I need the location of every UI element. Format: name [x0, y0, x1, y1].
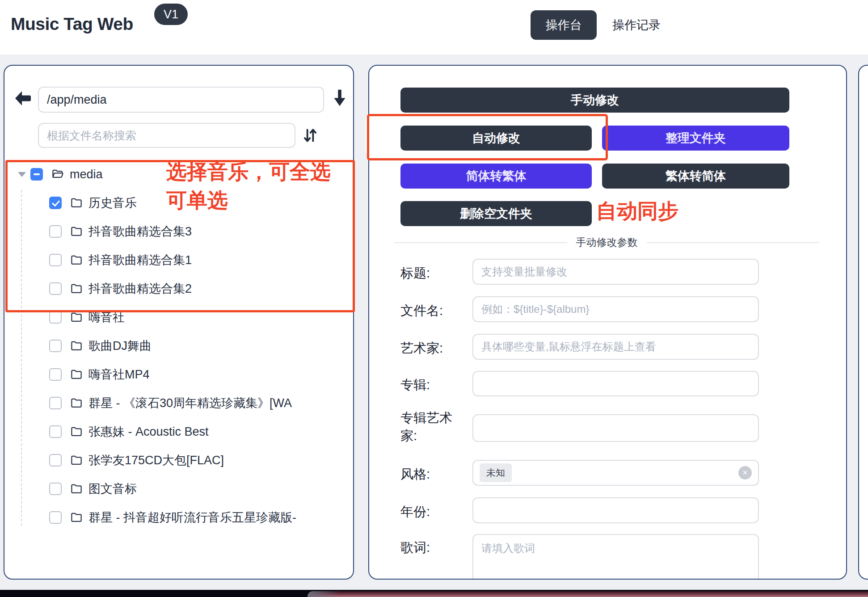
- tree-item-label[interactable]: 抖音歌曲精选合集3: [88, 223, 192, 240]
- checkbox-unchecked[interactable]: [49, 311, 62, 324]
- checkbox-unchecked[interactable]: [49, 340, 62, 352]
- folder-icon: [70, 339, 83, 353]
- tree-item-label[interactable]: 群星 - 抖音超好听流行音乐五星珍藏版-: [88, 509, 296, 526]
- bottom-bar-window-corner: [308, 591, 340, 597]
- checkbox-unchecked[interactable]: [49, 397, 62, 409]
- folder-icon: [70, 282, 83, 295]
- annotation-select-note-line1: 选择音乐，可全选: [166, 157, 331, 186]
- path-input[interactable]: [38, 87, 324, 113]
- filename-field[interactable]: [472, 296, 759, 322]
- sort-icon[interactable]: [301, 126, 319, 145]
- download-arrow-icon[interactable]: [332, 88, 348, 108]
- checkbox-unchecked[interactable]: [49, 254, 62, 266]
- checkbox-unchecked[interactable]: [49, 483, 62, 495]
- genre-field[interactable]: 未知 ✕: [472, 460, 759, 486]
- divider-line-left: [394, 242, 567, 243]
- tree-row[interactable]: 群星 - 《滚石30周年精选珍藏集》[WA: [4, 389, 353, 417]
- tree-row[interactable]: 嗨音社MP4: [4, 360, 353, 389]
- tree-row[interactable]: 歌曲DJ舞曲: [4, 332, 353, 360]
- tree-item-label[interactable]: 图文音标: [88, 481, 137, 497]
- section-divider: 手动修改参数: [394, 235, 819, 249]
- tree-item-label[interactable]: 张惠妹 - Acoustic Best: [88, 424, 209, 440]
- tree-item-label[interactable]: 张学友175CD大包[FLAC]: [88, 452, 224, 468]
- auto-edit-button[interactable]: 自动修改: [400, 126, 592, 151]
- tree-item-label[interactable]: 历史音乐: [88, 195, 137, 211]
- folder-icon: [70, 225, 83, 238]
- divider-line-right: [647, 242, 820, 243]
- circle-x-icon[interactable]: ✕: [738, 466, 752, 479]
- checkbox-unchecked[interactable]: [49, 511, 62, 524]
- filename-field-label: 文件名:: [400, 302, 468, 320]
- divider-label: 手动修改参数: [576, 235, 638, 249]
- tab-records[interactable]: 操作记录: [606, 10, 667, 40]
- folder-icon: [70, 368, 83, 381]
- tree-row[interactable]: 张惠妹 - Acoustic Best: [4, 417, 353, 446]
- genre-tag: 未知: [480, 463, 512, 482]
- simplified-to-traditional-button[interactable]: 简体转繁体: [400, 164, 592, 189]
- year-field[interactable]: [472, 497, 759, 523]
- lyrics-field[interactable]: [472, 534, 759, 580]
- annotation-select-note-line2: 可单选: [166, 186, 331, 214]
- album-field[interactable]: [472, 371, 759, 396]
- lyrics-field-label: 歌词:: [400, 538, 468, 556]
- title-field[interactable]: [472, 259, 759, 285]
- tree-item-label[interactable]: 抖音歌曲精选合集1: [88, 252, 192, 268]
- checkbox-unchecked[interactable]: [49, 225, 62, 238]
- side-panel-sliver: [858, 65, 868, 580]
- tree-row[interactable]: 抖音歌曲精选合集1: [4, 246, 353, 274]
- delete-empty-folder-button[interactable]: 删除空文件夹: [400, 201, 592, 226]
- tree-item-label[interactable]: 嗨音社MP4: [88, 366, 150, 383]
- genre-field-label: 风格:: [400, 465, 468, 483]
- traditional-to-simplified-button[interactable]: 繁体转简体: [602, 164, 789, 189]
- tree-row[interactable]: 张学友175CD大包[FLAC]: [4, 446, 353, 475]
- annotation-select-note: 选择音乐，可全选 可单选: [166, 157, 331, 214]
- organize-folder-button[interactable]: 整理文件夹: [602, 126, 789, 151]
- folder-icon: [70, 425, 83, 438]
- album-artist-field[interactable]: [472, 414, 759, 442]
- artist-field[interactable]: [472, 334, 759, 360]
- tree-row[interactable]: 嗨音社: [4, 303, 353, 332]
- app-title: Music Tag Web: [11, 14, 133, 34]
- folder-icon: [70, 511, 83, 524]
- tree-item-label[interactable]: 嗨音社: [88, 309, 125, 325]
- folder-icon: [70, 253, 83, 267]
- tree-item-label[interactable]: 抖音歌曲精选合集2: [88, 281, 192, 297]
- album-artist-field-label: 专辑艺术家:: [400, 409, 468, 445]
- actions-panel: 手动修改 自动修改 整理文件夹 简体转繁体 繁体转简体 删除空文件夹 手动修改参…: [368, 65, 847, 580]
- checkbox-unchecked[interactable]: [49, 425, 62, 438]
- manual-edit-button[interactable]: 手动修改: [400, 88, 789, 113]
- folder-icon: [70, 482, 83, 496]
- tree-row[interactable]: 抖音歌曲精选合集2: [4, 274, 353, 303]
- tree-item-label[interactable]: media: [70, 168, 103, 181]
- app-root: Music Tag Web V1 操作台 操作记录 media历史音乐抖音歌曲精…: [0, 0, 868, 597]
- back-arrow-icon[interactable]: [13, 89, 33, 107]
- folder-icon: [51, 168, 64, 181]
- app-header: Music Tag Web V1 操作台 操作记录: [0, 0, 868, 55]
- checkbox-indeterminate[interactable]: [30, 168, 43, 181]
- caret-down-icon[interactable]: [18, 172, 26, 177]
- checkbox-unchecked[interactable]: [49, 368, 62, 381]
- tree-row[interactable]: 群星 - 抖音超好听流行音乐五星珍藏版-: [4, 503, 353, 532]
- tab-console[interactable]: 操作台: [531, 10, 597, 40]
- folder-tree: media历史音乐抖音歌曲精选合集3抖音歌曲精选合集1抖音歌曲精选合集2嗨音社歌…: [4, 160, 353, 532]
- annotation-border-patch: [366, 117, 371, 153]
- tree-item-label[interactable]: 群星 - 《滚石30周年精选珍藏集》[WA: [88, 395, 292, 411]
- checkbox-unchecked[interactable]: [49, 454, 62, 467]
- checkbox-checked[interactable]: [49, 197, 62, 209]
- folder-icon: [70, 311, 83, 324]
- version-badge: V1: [154, 4, 188, 25]
- annotation-auto-sync-note: 自动同步: [596, 197, 678, 225]
- tree-row[interactable]: 抖音歌曲精选合集3: [4, 217, 353, 246]
- file-browser-panel: media历史音乐抖音歌曲精选合集3抖音歌曲精选合集1抖音歌曲精选合集2嗨音社歌…: [4, 65, 354, 580]
- year-field-label: 年份:: [400, 503, 468, 521]
- tree-item-label[interactable]: 歌曲DJ舞曲: [88, 338, 152, 354]
- search-input[interactable]: [38, 123, 295, 148]
- checkbox-unchecked[interactable]: [49, 282, 62, 295]
- artist-field-label: 艺术家:: [400, 339, 468, 357]
- folder-icon: [70, 454, 83, 467]
- bottom-bar-window-edge: [308, 591, 868, 597]
- title-field-label: 标题:: [400, 264, 468, 282]
- folder-icon: [70, 396, 83, 410]
- tree-row[interactable]: 图文音标: [4, 475, 353, 503]
- album-field-label: 专辑:: [400, 376, 468, 394]
